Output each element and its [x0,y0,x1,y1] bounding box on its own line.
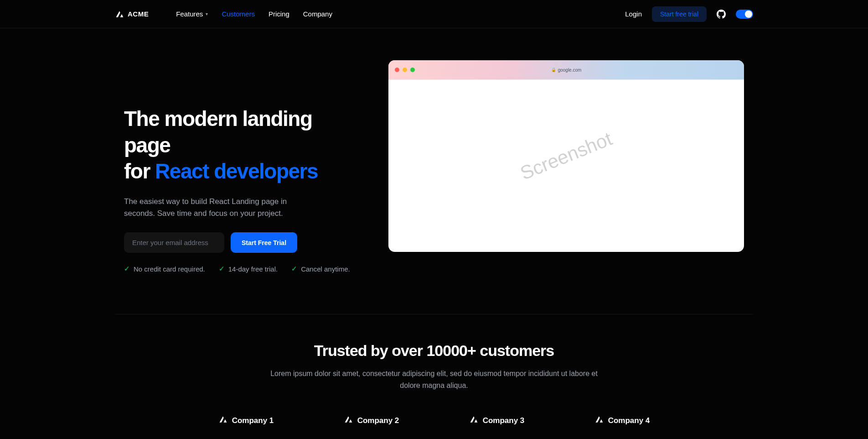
hero-title-line1: The modern landing page [124,107,312,157]
benefits-row: ✓No credit card required. ✓14-day free t… [124,265,361,273]
nav-item-label: Company [303,10,332,18]
hero-title-accent: React developers [155,159,318,183]
company-logo-icon [469,415,478,426]
start-trial-button-hero[interactable]: Start Free Trial [231,232,297,253]
browser-mock-window: 🔒 google.com Screenshot [388,60,744,252]
browser-url: 🔒 google.com [551,68,582,73]
company-logo-icon [218,415,227,426]
theme-toggle[interactable] [736,10,753,19]
check-icon: ✓ [291,265,297,273]
nav-links: Features ▾ Customers Pricing Company [176,10,332,18]
hero-mock: 🔒 google.com Screenshot [388,60,744,252]
logo-icon [115,10,124,19]
mock-watermark: Screenshot [517,128,615,184]
company-name: Company 2 [357,416,399,425]
signup-row: Start Free Trial [124,232,361,253]
brand-name: ACME [128,10,149,18]
hero-title-line2-prefix: for [124,159,155,183]
company-logo-icon [594,415,604,426]
lock-icon: 🔒 [551,68,556,72]
benefit-item: ✓Cancel anytime. [291,265,350,273]
window-close-icon [395,68,399,72]
company-item: Company 2 [344,415,399,426]
nav-item-customers[interactable]: Customers [222,10,255,18]
window-zoom-icon [410,68,415,72]
nav-item-company[interactable]: Company [303,10,332,18]
chevron-down-icon: ▾ [206,11,208,16]
check-icon: ✓ [219,265,225,273]
login-link[interactable]: Login [625,10,642,18]
trusted-heading: Trusted by over 10000+ customers [124,342,744,360]
company-logos-row: Company 1 Company 2 Company 3 Company 4 [183,415,685,426]
github-icon[interactable] [717,10,726,19]
nav-item-pricing[interactable]: Pricing [269,10,289,18]
nav-item-label: Pricing [269,10,289,18]
company-name: Company 1 [232,416,274,425]
benefit-text: No credit card required. [134,265,205,273]
browser-titlebar: 🔒 google.com [388,60,744,79]
check-icon: ✓ [124,265,130,273]
nav-item-label: Customers [222,10,255,18]
top-nav: ACME Features ▾ Customers Pricing Compan… [0,0,868,28]
company-logo-icon [344,415,353,426]
hero-title: The modern landing page for React develo… [124,106,361,185]
company-name: Company 3 [483,416,525,425]
hero-subtitle: The easiest way to build React Landing p… [124,196,288,220]
nav-item-features[interactable]: Features ▾ [176,10,208,18]
benefit-text: Cancel anytime. [301,265,350,273]
nav-item-label: Features [176,10,203,18]
trusted-subtitle: Lorem ipsum dolor sit amet, consectetur … [270,368,598,391]
email-input[interactable] [124,232,224,253]
logo[interactable]: ACME [115,10,149,19]
company-item: Company 1 [218,415,274,426]
company-item: Company 3 [469,415,525,426]
trusted-section: Trusted by over 10000+ customers Lorem i… [115,314,753,439]
company-name: Company 4 [608,416,650,425]
benefit-item: ✓No credit card required. [124,265,205,273]
hero-section: The modern landing page for React develo… [115,28,753,314]
start-trial-button-nav[interactable]: Start free trial [652,6,707,22]
benefit-text: 14-day free trial. [228,265,278,273]
window-minimize-icon [403,68,407,72]
browser-url-text: google.com [558,68,582,73]
company-item: Company 4 [594,415,650,426]
benefit-item: ✓14-day free trial. [219,265,278,273]
